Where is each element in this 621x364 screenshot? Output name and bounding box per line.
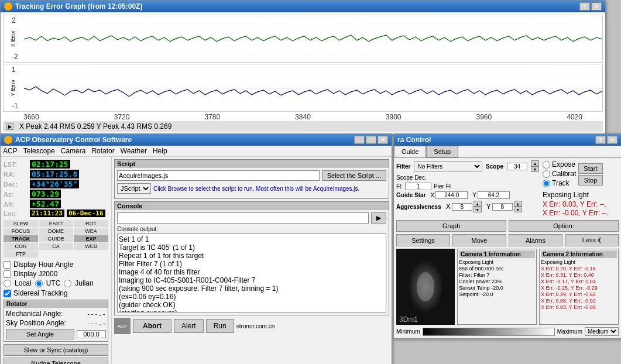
guide-window-controls[interactable]: ? ✕ <box>595 136 617 144</box>
julian-radio[interactable] <box>64 280 71 287</box>
telem-web[interactable]: WEB <box>74 243 108 250</box>
settings-button[interactable]: Settings <box>396 234 450 246</box>
calibrat-radio-row: Calibrat <box>543 170 576 178</box>
script-type-select[interactable]: JScript <box>117 183 151 194</box>
calibrat-radio[interactable] <box>543 170 550 178</box>
guide-help-btn[interactable]: ? <box>595 136 606 144</box>
help-button[interactable]: ? <box>579 2 590 11</box>
close-button[interactable]: ✕ <box>591 2 602 11</box>
console-send-button[interactable]: ▶ <box>371 212 386 224</box>
run-button[interactable]: Run <box>206 319 234 333</box>
nudge-button[interactable]: Nudge Telescope <box>4 358 108 364</box>
acp-restore-btn[interactable]: □ <box>366 136 376 144</box>
track-radio[interactable] <box>543 180 550 187</box>
menu-help[interactable]: Help <box>153 147 167 155</box>
tracking-window-controls[interactable]: ? ✕ <box>579 2 602 11</box>
err-row-1: X Err: 0.03, Y Err: --. <box>543 200 619 208</box>
time-radio-row: Local UTC Julian <box>4 279 108 287</box>
expose-radio[interactable] <box>543 161 550 169</box>
aggr-x-input[interactable] <box>452 203 472 211</box>
console-input-row: ▶ <box>117 212 386 224</box>
j2000-checkbox[interactable] <box>4 270 11 278</box>
err-row-2: X Err: -0.00, Y Err: --. <box>543 209 619 217</box>
start-button[interactable]: Start <box>578 163 602 174</box>
less-button[interactable]: Less ⟪ <box>565 234 619 246</box>
alarms-button[interactable]: Alarms <box>509 234 562 246</box>
slew-button[interactable]: Slew or Sync (catalog) <box>4 344 108 356</box>
scope-up-btn[interactable]: ▲ <box>531 160 539 166</box>
move-button[interactable]: Move <box>452 234 506 246</box>
script-filename-input[interactable] <box>117 170 320 181</box>
acp-close-btn[interactable]: ✕ <box>378 136 388 144</box>
graph-button[interactable]: Graph <box>396 220 506 232</box>
guide-action-row-2: Settings Move Alarms Less ⟪ <box>396 234 619 246</box>
menu-acp[interactable]: ACP <box>3 147 18 155</box>
local-radio[interactable] <box>4 280 11 287</box>
tracking-titlebar: Tracking Error Graph (from 12:05:00Z) ? … <box>1 1 605 12</box>
console-input[interactable] <box>117 212 369 224</box>
options-button[interactable]: Option: <box>509 220 619 232</box>
fl-input[interactable] <box>405 183 431 190</box>
menu-rotator[interactable]: Rotator <box>91 147 114 155</box>
telem-ca[interactable]: CA <box>39 243 73 250</box>
aggr-y-down[interactable]: ▼ <box>514 207 522 212</box>
stop-button[interactable]: Stop <box>578 175 602 186</box>
telem-rot[interactable]: ROT <box>74 220 108 227</box>
menu-telescope[interactable]: Telescope <box>23 147 55 155</box>
telem-guide[interactable]: GUIDE <box>39 235 73 242</box>
telemetry-grid: SLEW EAST ROT FOCUS DOME WEA TRACK GUIDE… <box>4 220 108 257</box>
abort-button[interactable]: Abort <box>133 319 171 333</box>
aggr-y-input[interactable] <box>492 203 513 211</box>
telem-track[interactable]: TRACK <box>4 235 38 242</box>
guide-action-row: Graph Option: <box>396 220 619 232</box>
aggr-x-down[interactable]: ▼ <box>474 207 482 212</box>
dec-value: +34°26'35" <box>30 180 79 188</box>
scope-down-btn[interactable]: ▼ <box>531 166 539 172</box>
minmax-slider[interactable] <box>423 328 555 336</box>
console-line-10: (starting exposure) <box>119 309 385 313</box>
aggr-y-up[interactable]: ▲ <box>514 201 522 207</box>
acp-minimize-btn[interactable]: _ <box>354 136 365 144</box>
aggr-x-up[interactable]: ▲ <box>474 201 482 207</box>
rotator-title: Rotator <box>4 300 108 308</box>
menu-camera[interactable]: Camera <box>61 147 86 155</box>
expose-label: Expose <box>552 160 575 169</box>
sidereal-checkbox[interactable] <box>4 290 11 297</box>
menu-weather[interactable]: Weather <box>121 147 147 155</box>
telem-wea[interactable]: WEA <box>74 228 108 235</box>
alert-button[interactable]: Alert <box>174 319 204 333</box>
j2000-label: Display J2000 <box>13 270 57 278</box>
telem-cor[interactable]: COR <box>4 243 38 250</box>
scope-input[interactable] <box>507 163 527 170</box>
x-coord-input[interactable] <box>435 191 468 199</box>
y-coord-input[interactable] <box>478 191 510 199</box>
telem-focus[interactable]: FOCUS <box>4 228 38 235</box>
angle-input[interactable] <box>77 330 106 338</box>
medium-select[interactable]: Medium <box>585 327 619 336</box>
select-script-button[interactable]: Select the Script ... <box>322 170 386 181</box>
telem-exp[interactable]: EXP <box>74 235 108 242</box>
set-angle-button[interactable]: Set Angle <box>6 329 74 339</box>
guide-close-btn[interactable]: ✕ <box>607 136 617 144</box>
telem-east[interactable]: EAST <box>39 220 73 227</box>
start-stop-col: Start Stop <box>578 163 602 186</box>
fl-label: Fl: <box>396 183 403 190</box>
cam1-exposing: Exposing Light <box>459 259 535 265</box>
console-line-8: (ex=0.06 ey=0.16) <box>119 293 385 301</box>
acp-window-controls[interactable]: _ □ ✕ <box>354 136 388 144</box>
telem-dome[interactable]: DOME <box>39 228 73 235</box>
browse-text: Click Browse to select the script to run… <box>153 186 386 192</box>
filter-select[interactable]: No Filters <box>414 162 482 171</box>
telem-ftp[interactable]: FTP <box>4 250 38 257</box>
scope-dec-row: Scope Dec. <box>396 174 539 181</box>
tab-guide[interactable]: Guide <box>394 146 426 157</box>
slew-nudge-area: Slew or Sync (catalog) Nudge Telescope <box>4 344 108 364</box>
tab-setup[interactable]: Setup <box>426 146 458 157</box>
hour-angle-checkbox[interactable] <box>4 261 11 269</box>
lst-label: LST: <box>4 161 30 168</box>
utc-radio[interactable] <box>35 280 43 287</box>
sidereal-row: Sidereal Tracking <box>4 289 108 297</box>
play-button[interactable]: ▶ <box>6 123 13 130</box>
telem-slew[interactable]: SLEW <box>4 220 38 227</box>
calibrat-label: Calibrat <box>552 170 576 178</box>
